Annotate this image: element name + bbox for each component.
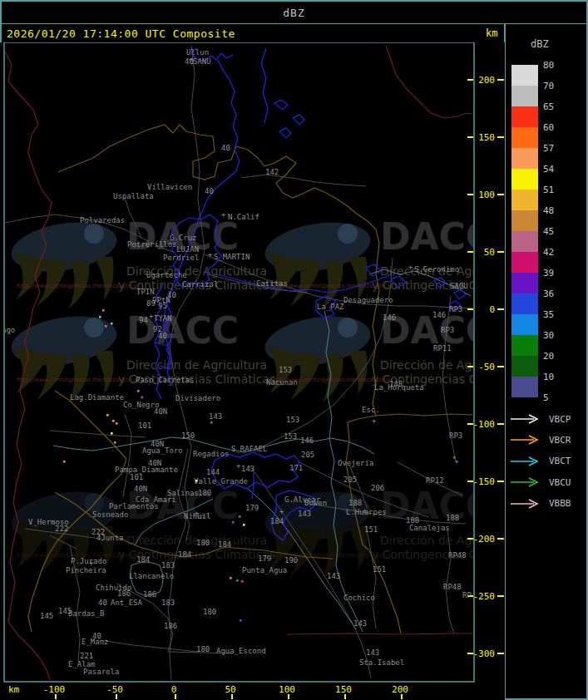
map-label: 151 [364,525,378,534]
legend-color-block [511,190,538,210]
map-label: 40 [98,599,107,607]
legend-scale-label: 39 [543,268,568,279]
map-label: S.Geronimo [414,265,459,274]
legend-color-block [511,231,538,252]
map-label: Ugarteche [146,271,187,279]
map-label: 143 [353,619,367,628]
bottom-axis-tick-label: 50 [225,684,235,695]
legend-color-block [511,148,538,169]
right-axis-tick-label: -300 [473,648,496,659]
map-label: 150 [181,431,195,440]
map-label: Sosneado [92,510,128,519]
map-label: RP48 [443,583,462,591]
right-axis-tick-label: -100 [473,419,496,430]
legend-scale-label: 70 [543,81,568,91]
map-label: + [208,250,213,259]
right-axis-tick-label: 0 [489,304,495,315]
map-label: TYAN [154,314,172,323]
map-label: + [279,507,284,515]
radar-echo-dot [456,461,458,463]
legend-scale-label: 10 [543,372,568,382]
map-label: 143 [241,465,254,473]
bottom-axis-tick-label: 0 [171,684,177,695]
map-label: Agua_Escond [216,647,266,655]
map-label: 180 [198,489,211,497]
legend-color-block [511,252,538,273]
map-label: La_PAZ [317,303,344,311]
map-label: 184 [136,555,150,564]
map-label: TPIN [136,288,155,296]
vector-arrow-icon [509,413,542,425]
map-label: 146 [383,313,396,322]
map-label: 171 [289,464,303,472]
radar-echo-dot [106,414,109,417]
map-label: Valle_Grande [194,477,248,486]
map-label: 143 [327,572,340,580]
dacc-watermark-org-line1: Dirección de Agricultura [126,358,267,372]
radar-app-window: dBZ 2026/01/20 17:14:00 UTC Composite km… [0,0,588,700]
map-label: 205 [343,476,357,484]
radar-echo-dot [230,577,232,579]
map-label: + [195,509,200,517]
radar-echo-dot [232,521,235,524]
map-label: Lag.Diamante [70,393,124,402]
radar-echo-dot [236,579,239,582]
radar-echo-dot [114,441,116,444]
map-label: Sta.Isabel [359,658,404,667]
radar-echo-dot [63,461,66,463]
vector-label: VBCR [549,435,571,446]
map-label: 184 [270,517,284,525]
radar-echo-dot [239,515,241,518]
map-label: Regadios [193,450,229,458]
map-label: Cochico [343,594,375,602]
map-label: Divisadero [175,394,220,402]
map-label: 153 [286,416,299,424]
map-label: 148 [389,380,403,388]
legend-scale-label: 36 [543,288,568,299]
legend-color-block [511,106,538,127]
map-label: Ant_ESA [111,599,143,607]
radar-echo-dot [112,420,115,422]
vector-legend-row: VBCT [509,455,586,468]
dacc-watermark-url: http://www.contingencias.mendoza.gov.ar [270,283,393,289]
vector-legend-row: VBCU [509,476,586,489]
right-axis-tick-label: 200 [478,75,495,86]
right-axis-tick-label: -250 [473,591,496,602]
map-label: 190 [284,556,298,564]
radar-echo-dot [243,524,245,526]
map-label: 40 [205,187,214,195]
map-label: N.Calif [228,213,259,221]
map-label: 94 [139,316,148,324]
right-axis-tick-label: -200 [473,534,496,545]
vector-label: VBCT [549,456,571,466]
legend-scale-label: 35 [543,309,568,320]
map-label: Esc. [362,406,380,414]
map-label: Catitas [256,279,288,288]
vector-arrow-icon [509,498,542,510]
radar-echo-dot [116,422,118,425]
map-label: 153 [279,366,292,374]
radar-map: DACCDirección de Agriculturay Contingenc… [0,42,505,700]
map-label: Bardas_B [68,609,104,618]
map-label: + [189,55,194,63]
radar-echo-dot [210,421,213,424]
right-axis-tick-label: 50 [484,247,495,258]
map-label: + [408,263,413,271]
legend-title: dBZ [531,38,549,50]
legend-scale-label: 60 [543,122,568,133]
map-label: 222 [91,528,105,536]
map-label: Llancanelo [129,572,174,580]
radar-echo-dot [111,432,113,435]
map-label: 186 [164,622,177,630]
axis-unit-bottom-left: km [8,684,20,695]
map-label: 153 [284,432,297,441]
map-label: 184 [218,540,231,549]
map-label: 146 [432,311,446,319]
map-label: 142 [265,168,279,176]
map-label: Perdriel [163,254,199,262]
map-label: 143 [209,412,222,421]
map-label: 89 [146,299,156,308]
radar-echo-dot [111,323,113,325]
map-label: + [236,461,241,470]
legend-color-block [511,127,538,148]
